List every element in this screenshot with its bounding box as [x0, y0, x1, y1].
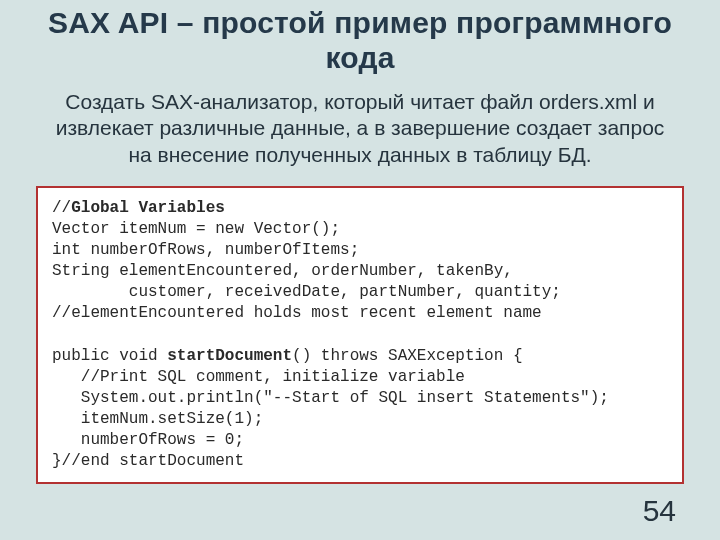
code-line: String elementEncountered, orderNumber, … [52, 262, 513, 280]
code-line: int numberOfRows, numberOfItems; [52, 241, 359, 259]
code-line: //elementEncountered holds most recent e… [52, 304, 542, 322]
code-line: public void [52, 347, 167, 365]
slide-title: SAX API – простой пример программного ко… [34, 6, 686, 75]
code-line: Vector itemNum = new Vector(); [52, 220, 340, 238]
code-line: numberOfRows = 0; [52, 431, 244, 449]
code-line: customer, receivedDate, partNumber, quan… [52, 283, 561, 301]
code-box: //Global Variables Vector itemNum = new … [36, 186, 684, 484]
code-line: System.out.println("--Start of SQL inser… [52, 389, 609, 407]
slide-description: Создать SAX-анализатор, который читает ф… [48, 89, 672, 168]
slide: SAX API – простой пример программного ко… [0, 0, 720, 540]
code-line: () throws SAXException { [292, 347, 522, 365]
code-line: }//end startDocument [52, 452, 244, 470]
page-number: 54 [643, 494, 676, 528]
code-line-bold: startDocument [167, 347, 292, 365]
code-line: //Print SQL comment, initialize variable [52, 368, 465, 386]
code-line: itemNum.setSize(1); [52, 410, 263, 428]
code-line: // [52, 199, 71, 217]
code-line-bold: Global Variables [71, 199, 225, 217]
